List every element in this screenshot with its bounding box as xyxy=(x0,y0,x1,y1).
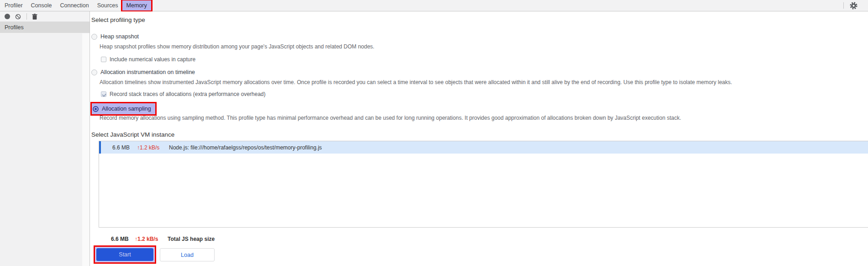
checkbox-icon[interactable] xyxy=(101,57,106,62)
radio-heap-snapshot[interactable]: Heap snapshot xyxy=(91,33,139,40)
heap-totals-row: 6.6 MB ↑1.2 kB/s Total JS heap size xyxy=(90,235,215,243)
tab-memory[interactable]: Memory xyxy=(122,0,151,11)
tab-sources[interactable]: Sources xyxy=(93,0,122,11)
toolbar-divider xyxy=(843,2,844,9)
annotation-box-allocation-sampling: Allocation sampling xyxy=(90,102,157,116)
tab-bar: Profiler Console Connection Sources Memo… xyxy=(0,0,868,11)
profiling-type-heading: Select profiling type xyxy=(91,16,145,23)
toolbar-divider xyxy=(26,13,27,20)
vm-instance-name: Node.js: file:///home/rafaelgss/repos/os… xyxy=(169,144,322,151)
radio-icon[interactable] xyxy=(91,34,97,40)
total-heap-size: 6.6 MB xyxy=(111,236,131,242)
allocation-sampling-description: Record memory allocations using sampling… xyxy=(100,115,681,121)
memory-panel: Select profiling type Heap snapshot Heap… xyxy=(90,11,868,266)
total-heap-label: Total JS heap size xyxy=(168,236,215,242)
checkbox-include-numerical-values[interactable]: Include numerical values in capture xyxy=(101,56,195,63)
profiles-toolbar xyxy=(0,11,89,22)
radio-label[interactable]: Allocation instrumentation on timeline xyxy=(100,69,195,75)
tab-profiler[interactable]: Profiler xyxy=(0,0,27,11)
devtools-window: Profiler Console Connection Sources Memo… xyxy=(0,0,868,266)
checkbox-label[interactable]: Include numerical values in capture xyxy=(110,56,195,63)
radio-icon[interactable] xyxy=(91,69,97,75)
checkbox-icon[interactable] xyxy=(101,91,106,97)
radio-allocation-sampling[interactable]: Allocation sampling xyxy=(102,106,151,112)
vm-instance-list[interactable]: 6.6 MB ↑1.2 kB/s Node.js: file:///home/r… xyxy=(99,141,868,228)
total-allocation-rate: ↑1.2 kB/s xyxy=(135,236,164,242)
sidebar: Profiles xyxy=(0,11,90,266)
load-button[interactable]: Load xyxy=(160,248,215,261)
vm-instance-heading: Select JavaScript VM instance xyxy=(91,131,174,138)
gear-icon[interactable] xyxy=(850,2,857,10)
clear-icon[interactable] xyxy=(15,14,21,20)
annotation-box-start: Start xyxy=(94,245,156,264)
tab-console[interactable]: Console xyxy=(27,0,56,11)
vm-heap-size: 6.6 MB xyxy=(112,144,133,151)
vm-instance-row[interactable]: 6.6 MB ↑1.2 kB/s Node.js: file:///home/r… xyxy=(99,141,868,154)
radio-allocation-instrumentation[interactable]: Allocation instrumentation on timeline xyxy=(91,69,195,75)
tab-connection[interactable]: Connection xyxy=(56,0,93,11)
allocation-timeline-description: Allocation timelines show instrumented J… xyxy=(100,79,732,85)
vm-allocation-rate: ↑1.2 kB/s xyxy=(137,144,165,151)
sidebar-scroll-gutter xyxy=(82,33,89,266)
trash-icon[interactable] xyxy=(32,14,37,20)
record-icon[interactable] xyxy=(0,14,10,19)
checkbox-label[interactable]: Record stack traces of allocations (extr… xyxy=(110,91,266,97)
tabbar-right-controls xyxy=(843,2,868,10)
checkbox-record-stack-traces[interactable]: Record stack traces of allocations (extr… xyxy=(101,91,266,97)
start-button[interactable]: Start xyxy=(96,248,153,261)
radio-label[interactable]: Heap snapshot xyxy=(100,33,139,40)
radio-icon[interactable] xyxy=(93,106,99,112)
heap-snapshot-description: Heap snapshot profiles show memory distr… xyxy=(100,43,374,50)
sidebar-item-profiles[interactable]: Profiles xyxy=(0,22,89,33)
